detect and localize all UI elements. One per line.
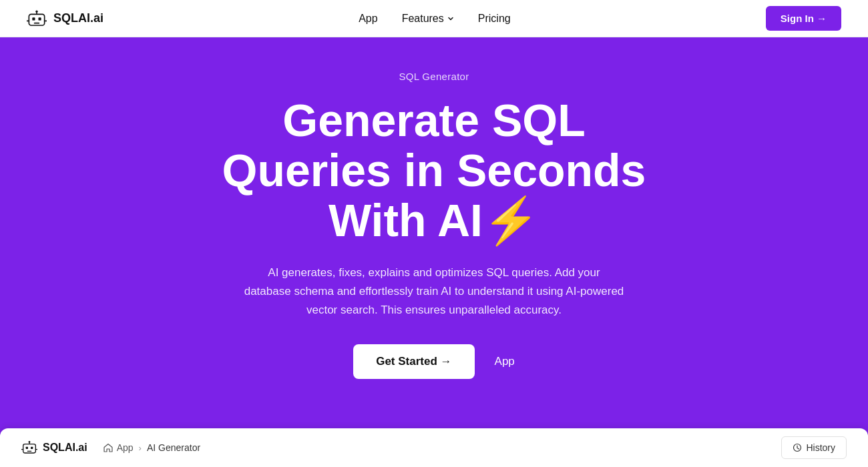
hero-section: SQL Generator Generate SQL Queries in Se… <box>0 37 868 406</box>
svg-rect-9 <box>26 447 28 449</box>
hero-title-line1: Generate SQL <box>282 95 586 145</box>
history-icon <box>793 443 802 452</box>
chevron-down-icon <box>447 15 454 22</box>
logo-icon <box>27 9 47 29</box>
nav-item-pricing[interactable]: Pricing <box>478 13 511 25</box>
hero-title-line3: With AI <box>329 195 483 246</box>
svg-rect-2 <box>39 17 41 20</box>
breadcrumb-home[interactable]: App <box>103 442 134 453</box>
breadcrumb-separator: › <box>139 443 142 453</box>
navbar-nav: App Features Pricing <box>359 13 511 25</box>
bottom-bar-left: SQLAI.ai App › AI Generator <box>21 440 200 456</box>
bottom-logo-icon <box>21 440 37 456</box>
hero-actions: Get Started → App <box>353 344 515 379</box>
hero-title-line2: Queries in Seconds <box>222 145 646 195</box>
bottom-logo[interactable]: SQLAI.ai <box>21 440 87 456</box>
hero-subtitle: SQL Generator <box>399 71 469 82</box>
lightning-emoji: ⚡ <box>483 195 539 246</box>
nav-item-app[interactable]: App <box>359 13 377 25</box>
get-started-button[interactable]: Get Started → <box>353 344 474 379</box>
navbar-logo[interactable]: SQLAI.ai <box>27 9 103 29</box>
signin-button[interactable]: Sign In → <box>766 6 841 31</box>
nav-item-features[interactable]: Features <box>402 13 454 25</box>
app-link[interactable]: App <box>495 355 515 368</box>
bottom-bar: SQLAI.ai App › AI Generator History <box>0 428 868 467</box>
history-button[interactable]: History <box>781 436 847 459</box>
svg-point-13 <box>29 441 31 443</box>
breadcrumb: App › AI Generator <box>103 442 200 453</box>
hero-title: Generate SQL Queries in Seconds With AI⚡ <box>222 95 646 245</box>
home-icon <box>103 443 113 452</box>
hero-description: AI generates, fixes, explains and optimi… <box>244 264 624 320</box>
navbar-logo-text: SQLAI.ai <box>53 11 103 25</box>
bottom-logo-text: SQLAI.ai <box>43 442 87 454</box>
svg-point-5 <box>35 10 37 12</box>
svg-rect-10 <box>31 447 33 449</box>
navbar: SQLAI.ai App Features Pricing Sign In → <box>0 0 868 37</box>
breadcrumb-current: AI Generator <box>147 442 200 453</box>
svg-rect-1 <box>32 17 35 20</box>
